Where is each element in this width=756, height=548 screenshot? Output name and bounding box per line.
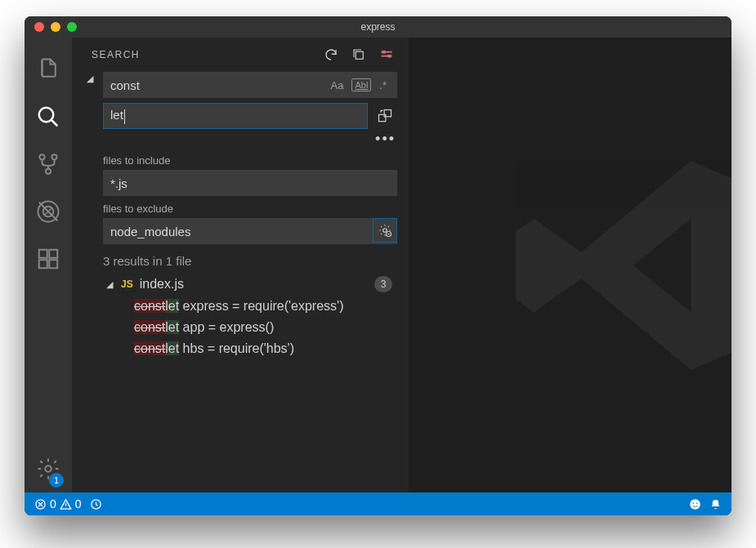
svg-rect-7: [39, 260, 47, 268]
search-sidebar: SEARCH ◢ const: [72, 38, 409, 492]
result-line[interactable]: constlet app = express(): [87, 317, 397, 338]
svg-point-19: [693, 502, 695, 504]
activity-extensions[interactable]: [25, 235, 72, 283]
match-case-icon[interactable]: Aa: [328, 78, 347, 93]
result-file-name: index.js: [140, 277, 184, 292]
result-file-row[interactable]: ◢ JS index.js 3: [87, 273, 397, 296]
svg-point-0: [39, 108, 54, 123]
svg-point-1: [39, 154, 44, 159]
replace-value: let: [110, 108, 123, 122]
svg-point-18: [690, 499, 700, 510]
replace-input[interactable]: let: [103, 103, 368, 129]
clear-search-icon[interactable]: [376, 44, 397, 65]
activity-source-control[interactable]: [25, 140, 72, 188]
file-lang-badge: JS: [121, 278, 133, 290]
status-problems[interactable]: 0 0: [34, 497, 82, 510]
search-value: const: [110, 78, 328, 92]
status-warnings-count: 0: [75, 497, 82, 510]
activity-explorer[interactable]: [25, 46, 72, 93]
activity-settings[interactable]: 1: [25, 445, 72, 492]
vscode-window: express 1: [25, 16, 731, 515]
svg-point-2: [51, 154, 56, 159]
files-include-input[interactable]: *.js: [103, 170, 397, 196]
svg-rect-9: [49, 250, 57, 258]
chevron-down-icon: ◢: [106, 279, 114, 290]
window-title: express: [25, 21, 731, 33]
toggle-search-details[interactable]: •••: [87, 131, 397, 148]
window-close-button[interactable]: [34, 22, 44, 32]
sidebar-title: SEARCH: [92, 49, 140, 60]
replace-all-button[interactable]: [373, 103, 397, 129]
titlebar: express: [25, 16, 731, 38]
result-count-badge: 3: [374, 276, 392, 292]
svg-point-3: [46, 169, 51, 174]
files-exclude-input[interactable]: node_modules: [103, 218, 397, 244]
svg-point-10: [45, 466, 51, 472]
results-summary: 3 results in 1 file: [103, 254, 397, 268]
settings-badge: 1: [49, 473, 64, 488]
status-errors-count: 0: [50, 497, 56, 510]
status-history-icon[interactable]: [90, 498, 102, 510]
vscode-watermark-icon: [503, 135, 731, 396]
activity-debug[interactable]: [25, 188, 72, 235]
activity-bar: 1: [25, 38, 72, 492]
svg-rect-6: [39, 250, 47, 258]
status-feedback-icon[interactable]: [689, 498, 701, 510]
files-exclude-value: node_modules: [110, 225, 367, 238]
window-minimize-button[interactable]: [51, 22, 60, 32]
match-word-icon[interactable]: Abl: [351, 78, 371, 91]
activity-search[interactable]: [25, 93, 72, 140]
files-include-label: files to include: [103, 154, 397, 167]
toggle-replace-icon[interactable]: ◢: [87, 74, 98, 84]
use-exclude-settings-button[interactable]: [373, 218, 397, 243]
window-maximize-button[interactable]: [67, 22, 77, 32]
status-notification-icon[interactable]: [709, 498, 722, 510]
svg-rect-8: [49, 260, 57, 268]
search-input[interactable]: const Aa Abl .*: [103, 72, 397, 98]
result-line[interactable]: constlet hbs = require('hbs'): [87, 338, 397, 359]
editor-area: [409, 38, 731, 492]
svg-rect-11: [356, 51, 363, 59]
svg-point-14: [383, 229, 387, 233]
refresh-icon[interactable]: [320, 44, 342, 65]
result-line[interactable]: constlet express = require('express'): [87, 296, 397, 317]
regex-icon[interactable]: .*: [376, 78, 390, 93]
files-exclude-label: files to exclude: [103, 203, 397, 215]
status-bar: 0 0: [25, 492, 731, 515]
collapse-all-icon[interactable]: [348, 44, 369, 65]
svg-point-20: [696, 502, 698, 504]
files-include-value: *.js: [110, 176, 390, 190]
